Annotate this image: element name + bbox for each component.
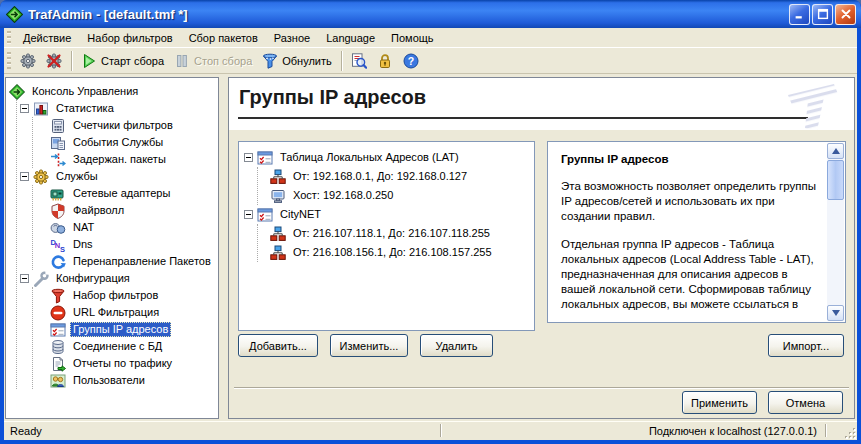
sidebar-item-label: Счетчики фильтров (70, 118, 176, 133)
page-body: Таблица Локальных Адресов (LAT)От: 192.1… (229, 130, 854, 418)
sidebar-item-label: Статистика (53, 101, 117, 116)
sidebar-item[interactable]: Сетевые адаптеры (50, 185, 216, 202)
collapse-expander-icon[interactable] (20, 274, 29, 283)
collapse-expander-icon[interactable] (20, 172, 29, 181)
group-item-label: От: 216.108.156.1, До: 216.108.157.255 (290, 245, 495, 260)
sidebar-item-label: События Службы (70, 135, 166, 150)
app-icon (6, 6, 23, 23)
range-icon (270, 169, 286, 185)
menu-item-5[interactable]: Language (318, 30, 383, 46)
description-paragraph: Отдельная группа IP адресов - Таблица ло… (561, 237, 823, 312)
edit-button[interactable]: Изменить... (330, 334, 408, 357)
sidebar-item[interactable]: Соединение с БД (50, 338, 216, 355)
collapse-expander-icon[interactable] (244, 153, 253, 162)
menu-item-2[interactable]: Набор фильтров (79, 30, 180, 46)
console-icon (9, 84, 25, 100)
sidebar-item[interactable]: Файрволл (50, 202, 216, 219)
delete-button[interactable]: Удалить (420, 334, 493, 357)
group-item-label: CityNET (277, 207, 324, 222)
sidebar-item[interactable]: Группы IP адресов (50, 321, 216, 338)
sidebar-item[interactable]: Перенаправление Пакетов (50, 253, 216, 270)
scrollbar-thumb[interactable] (827, 160, 844, 200)
sidebar-item-label: Соединение с БД (70, 339, 165, 354)
title-bar[interactable]: TrafAdmin - [default.tmf *] (0, 0, 861, 28)
range-icon (270, 226, 286, 242)
toolbar: Старт сбораСтоп сбораОбнулить? (4, 47, 857, 74)
toolbar-start-capture-button[interactable]: Старт сбора (76, 49, 169, 73)
sidebar-item[interactable]: Набор фильтров (50, 287, 216, 304)
add-button[interactable]: Добавить... (238, 334, 318, 357)
toolbar-disconnect-button[interactable] (41, 49, 67, 73)
collapse-expander-icon[interactable] (20, 104, 29, 113)
sidebar-item-label: Службы (53, 169, 101, 184)
sidebar-item[interactable]: URL Фильтрация (50, 304, 216, 321)
filter-set-icon (50, 288, 66, 304)
status-bar: Ready Подключен к localhost (127.0.0.1) (4, 421, 857, 440)
minimize-button[interactable] (789, 4, 810, 25)
toolbar-start-capture-label: Старт сбора (101, 55, 164, 67)
description-scrollbar[interactable] (827, 143, 844, 321)
menu-item-1[interactable]: Действие (15, 30, 79, 46)
gear-x-icon (46, 53, 62, 69)
toolbar-grip[interactable] (7, 52, 11, 70)
workspace: Консоль УправленияСтатистикаСчетчики фил… (4, 75, 857, 421)
toolbar-help-button[interactable]: ? (398, 49, 424, 73)
cancel-button[interactable]: Отмена (768, 391, 843, 414)
sidebar-item-label: Задержан. пакеты (70, 152, 169, 167)
menu-item-4[interactable]: Разное (266, 30, 318, 46)
counters-icon (50, 118, 66, 134)
sidebar-item-label: Пользователи (70, 373, 148, 388)
connection-status: Подключен к localhost (127.0.0.1) (442, 425, 825, 437)
resize-grip[interactable] (827, 421, 857, 440)
group-item[interactable]: От: 216.107.118.1, До: 216.107.118.255 (270, 224, 532, 243)
toolbar-separator (341, 51, 342, 71)
toolbar-preview-button[interactable] (346, 49, 372, 73)
sidebar-item[interactable]: Пользователи (50, 372, 216, 389)
group-item[interactable]: От: 192.168.0.1, До: 192.168.0.127 (270, 167, 532, 186)
sidebar-item[interactable]: Отчеты по трафику (50, 355, 216, 372)
group-item[interactable]: CityNET (244, 205, 532, 224)
collapse-expander-icon[interactable] (244, 210, 253, 219)
dns-icon: DNS (50, 237, 66, 253)
group-item[interactable]: От: 216.108.156.1, До: 216.108.157.255 (270, 243, 532, 262)
toolbar-reset-button[interactable]: Обнулить (257, 49, 337, 73)
menu-item-6[interactable]: Помощь (383, 30, 442, 46)
menu-item-3[interactable]: Сбор пакетов (181, 30, 266, 46)
sidebar-item[interactable]: Службы (20, 168, 216, 185)
menubar-grip[interactable] (7, 31, 11, 44)
description-content: Группы IP адресов Эта возможность позвол… (549, 143, 827, 321)
import-button[interactable]: Импорт... (768, 334, 844, 357)
window-controls (789, 4, 856, 25)
toolbar-connect-button[interactable] (15, 49, 41, 73)
configuration-icon (33, 271, 49, 287)
group-item-label: От: 216.107.118.1, До: 216.107.118.255 (290, 226, 493, 241)
sidebar-item-label: Группы IP адресов (70, 322, 171, 337)
apply-button[interactable]: Применить (682, 391, 757, 414)
preview-icon (351, 53, 367, 69)
ip-groups-icon (50, 322, 66, 338)
sidebar-children: Набор фильтровURL ФильтрацияГруппы IP ад… (32, 287, 216, 389)
sidebar-item[interactable]: Консоль Управления (9, 83, 216, 100)
toolbar-lock-button[interactable] (372, 49, 398, 73)
footer-separator (234, 387, 849, 389)
group-item[interactable]: Хост: 192.168.0.250 (270, 186, 532, 205)
toolbar-stop-capture-label: Стоп сбора (194, 55, 252, 67)
sidebar-item[interactable]: Счетчики фильтров (50, 117, 216, 134)
scroll-down-button[interactable] (827, 305, 844, 321)
maximize-button[interactable] (812, 4, 833, 25)
packet-redirect-icon (50, 254, 66, 270)
close-button[interactable] (835, 4, 856, 25)
sidebar-item[interactable]: Статистика (20, 100, 216, 117)
group-item[interactable]: Таблица Локальных Адресов (LAT) (244, 148, 532, 167)
lock-icon (377, 53, 393, 69)
scroll-up-button[interactable] (827, 143, 844, 159)
sidebar-item[interactable]: Конфигурация (20, 270, 216, 287)
sidebar-item[interactable]: События Службы (50, 134, 216, 151)
sidebar-item-label: NAT (70, 220, 97, 235)
status-text: Ready (4, 425, 440, 437)
ip-groups-icon (257, 207, 273, 223)
sidebar-item[interactable]: NAT (50, 219, 216, 236)
sidebar-item[interactable]: DNSDns (50, 236, 216, 253)
toolbar-stop-capture-button[interactable]: Стоп сбора (169, 49, 257, 73)
sidebar-item[interactable]: Задержан. пакеты (50, 151, 216, 168)
